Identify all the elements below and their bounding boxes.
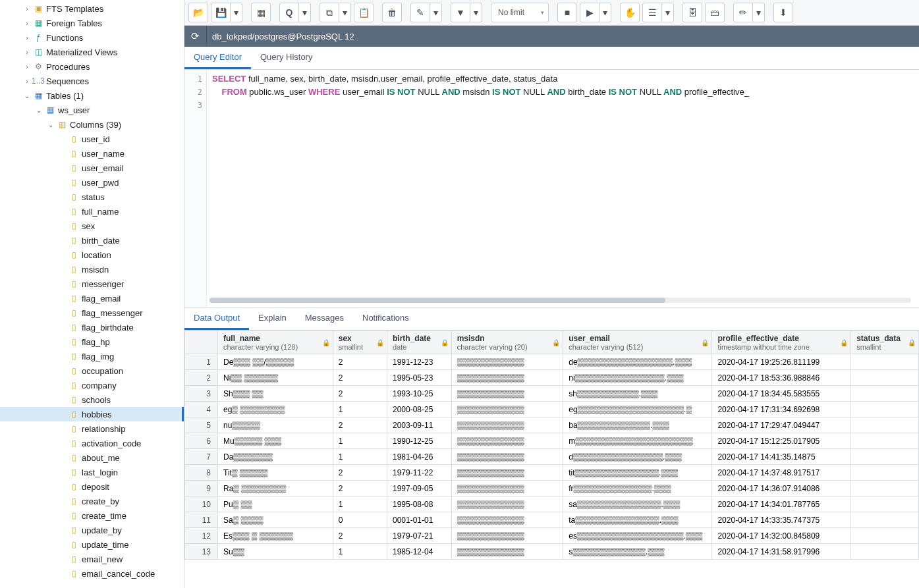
- column-header[interactable]: sexsmallint🔒: [333, 331, 387, 354]
- tree-item[interactable]: ›◫Materialized Views: [0, 45, 184, 59]
- column-item[interactable]: ▯flag_messenger: [0, 306, 184, 320]
- column-item[interactable]: ▯company: [0, 378, 184, 392]
- column-header[interactable]: birth_datedate🔒: [387, 331, 451, 354]
- cell[interactable]: 2020-04-17 14:34:01.787765: [712, 496, 851, 512]
- table-row[interactable]: 6Mu▒▒▒▒▒ ▒▒▒11990-12-25▒▒▒▒▒▒▒▒▒▒▒▒m▒▒▒▒…: [185, 433, 919, 449]
- paste-button[interactable]: 📋: [354, 3, 374, 22]
- cell[interactable]: 2020-04-17 14:36:07.914086: [712, 481, 851, 496]
- cell[interactable]: ▒▒▒▒▒▒▒▒▒▒▒▒: [451, 465, 563, 481]
- cell[interactable]: 1991-12-23: [387, 354, 451, 370]
- expand-icon[interactable]: ›: [22, 18, 32, 28]
- cell[interactable]: ▒▒▒▒▒▒▒▒▒▒▒▒: [451, 449, 563, 465]
- scratchpad-button[interactable]: ▦: [251, 3, 271, 22]
- cell[interactable]: Pu▒ ▒▒: [218, 496, 333, 512]
- cell[interactable]: [851, 496, 919, 512]
- column-item[interactable]: ▯flag_hp: [0, 334, 184, 349]
- cell[interactable]: Tit▒ ▒▒▒▒▒: [218, 465, 333, 481]
- download-button[interactable]: ⬇: [773, 3, 793, 22]
- cell[interactable]: [851, 512, 919, 528]
- cell[interactable]: 2020-04-17 18:53:36.988846: [712, 370, 851, 386]
- cell[interactable]: 2000-08-25: [387, 402, 451, 417]
- connection-status-icon[interactable]: ⟳: [184, 26, 207, 47]
- cell[interactable]: Da▒▒▒▒▒▒▒: [218, 449, 333, 465]
- cell[interactable]: 2: [333, 481, 387, 496]
- cell[interactable]: [851, 402, 919, 417]
- column-item[interactable]: ▯schools: [0, 392, 184, 407]
- column-item[interactable]: ▯update_time: [0, 537, 184, 552]
- column-item[interactable]: ▯update_by: [0, 523, 184, 537]
- macro-dropdown[interactable]: ▾: [753, 3, 765, 22]
- cell[interactable]: eg▒ ▒▒▒▒▒▒▒▒: [218, 402, 333, 417]
- cell[interactable]: 1: [333, 496, 387, 512]
- tab-messages[interactable]: Messages: [296, 307, 353, 330]
- column-item[interactable]: ▯last_login: [0, 465, 184, 479]
- cell[interactable]: 2020-04-17 14:31:58.917996: [712, 544, 851, 560]
- cell[interactable]: tit▒▒▒▒▒▒▒▒▒▒▒▒▒▒▒.▒▒▒: [563, 465, 712, 481]
- commit-button[interactable]: 🗄: [682, 3, 702, 22]
- cell[interactable]: ni▒▒▒▒▒▒▒▒▒▒▒▒▒▒▒▒.▒▒▒: [563, 370, 712, 386]
- cell[interactable]: 1993-10-25: [387, 386, 451, 402]
- tree-item[interactable]: ›⚙Procedures: [0, 59, 184, 74]
- cell[interactable]: Ni▒▒ ▒▒▒▒▒▒: [218, 370, 333, 386]
- cell[interactable]: 1981-04-26: [387, 449, 451, 465]
- tree-item[interactable]: ⌄▦ws_user: [0, 103, 184, 117]
- column-item[interactable]: ▯activation_code: [0, 436, 184, 450]
- cell[interactable]: 2020-04-17 17:31:34.692698: [712, 402, 851, 417]
- edit-dropdown[interactable]: ▾: [430, 3, 442, 22]
- tree-item[interactable]: ›1..3Sequences: [0, 74, 184, 88]
- explain-button[interactable]: ✋: [620, 3, 640, 22]
- cell[interactable]: ba▒▒▒▒▒▒▒▒▒▒▒▒▒.▒▒▒: [563, 417, 712, 433]
- column-header[interactable]: user_emailcharacter varying (512)🔒: [563, 331, 712, 354]
- cell[interactable]: ▒▒▒▒▒▒▒▒▒▒▒▒: [451, 481, 563, 496]
- tree-item[interactable]: ›▦Foreign Tables: [0, 16, 184, 30]
- cell[interactable]: ▒▒▒▒▒▒▒▒▒▒▒▒: [451, 528, 563, 544]
- cell[interactable]: 1: [333, 433, 387, 449]
- column-item[interactable]: ▯full_name: [0, 204, 184, 219]
- tab-notifications[interactable]: Notifications: [353, 307, 418, 330]
- table-row[interactable]: 1De▒▒▒ ▒▒/▒▒▒▒▒21991-12-23▒▒▒▒▒▒▒▒▒▒▒▒de…: [185, 354, 919, 370]
- clear-button[interactable]: 🗑: [382, 3, 402, 22]
- column-item[interactable]: ▯user_email: [0, 161, 184, 175]
- table-row[interactable]: 12Es▒▒▒ ▒ ▒▒▒▒▒▒21979-07-21▒▒▒▒▒▒▒▒▒▒▒▒e…: [185, 528, 919, 544]
- cell[interactable]: 1985-12-04: [387, 544, 451, 560]
- find-dropdown[interactable]: ▾: [299, 3, 311, 22]
- cell[interactable]: [851, 465, 919, 481]
- cell[interactable]: Sh▒▒▒ ▒▒: [218, 386, 333, 402]
- cell[interactable]: [851, 481, 919, 496]
- column-item[interactable]: ▯relationship: [0, 421, 184, 436]
- cell[interactable]: Mu▒▒▒▒▒ ▒▒▒: [218, 433, 333, 449]
- cell[interactable]: es▒▒▒▒▒▒▒▒▒▒▒▒▒▒▒▒▒▒▒.▒▒▒: [563, 528, 712, 544]
- sql-code[interactable]: SELECT full_name, sex, birth_date, msisd…: [207, 70, 919, 307]
- cell[interactable]: [851, 370, 919, 386]
- cell[interactable]: Sa▒ ▒▒▒▒: [218, 512, 333, 528]
- column-item[interactable]: ▯messenger: [0, 277, 184, 291]
- table-row[interactable]: 8Tit▒ ▒▒▒▒▒21979-11-22▒▒▒▒▒▒▒▒▒▒▒▒tit▒▒▒…: [185, 465, 919, 481]
- tree-item[interactable]: ⌄▦Tables (1): [0, 88, 184, 103]
- cell[interactable]: 1995-05-23: [387, 370, 451, 386]
- tab-explain[interactable]: Explain: [249, 307, 296, 330]
- cell[interactable]: [851, 528, 919, 544]
- column-item[interactable]: ▯location: [0, 248, 184, 262]
- cell[interactable]: [851, 417, 919, 433]
- find-button[interactable]: Q: [279, 3, 299, 22]
- limit-select[interactable]: No limit: [491, 3, 549, 22]
- column-item[interactable]: ▯flag_img: [0, 349, 184, 363]
- cell[interactable]: fr▒▒▒▒▒▒▒▒▒▒▒▒▒▒.▒▒▒: [563, 481, 712, 496]
- table-row[interactable]: 13Su▒▒11985-12-04▒▒▒▒▒▒▒▒▒▒▒▒s▒▒▒▒▒▒▒▒▒▒…: [185, 544, 919, 560]
- cell[interactable]: eg▒▒▒▒▒▒▒▒▒▒▒▒▒▒▒▒▒▒▒.▒: [563, 402, 712, 417]
- filter-dropdown[interactable]: ▾: [470, 3, 482, 22]
- tree-item[interactable]: ›▣FTS Templates: [0, 1, 184, 16]
- cell[interactable]: 2020-04-17 14:37:48.917517: [712, 465, 851, 481]
- column-item[interactable]: ▯occupation: [0, 363, 184, 378]
- cell[interactable]: 2: [333, 528, 387, 544]
- cell[interactable]: ▒▒▒▒▒▒▒▒▒▒▒▒: [451, 512, 563, 528]
- column-item[interactable]: ▯create_by: [0, 494, 184, 508]
- table-row[interactable]: 9Ra▒ ▒▒▒▒▒▒▒▒21997-09-05▒▒▒▒▒▒▒▒▒▒▒▒fr▒▒…: [185, 481, 919, 496]
- editor-hscrollbar[interactable]: [209, 298, 911, 304]
- cell[interactable]: ▒▒▒▒▒▒▒▒▒▒▒▒: [451, 386, 563, 402]
- cell[interactable]: 1: [333, 449, 387, 465]
- table-row[interactable]: 5nu▒▒▒▒▒22003-09-11▒▒▒▒▒▒▒▒▒▒▒▒ba▒▒▒▒▒▒▒…: [185, 417, 919, 433]
- tree-item[interactable]: ›ƒFunctions: [0, 30, 184, 45]
- tab-data-output[interactable]: Data Output: [184, 307, 249, 330]
- cell[interactable]: ▒▒▒▒▒▒▒▒▒▒▒▒: [451, 417, 563, 433]
